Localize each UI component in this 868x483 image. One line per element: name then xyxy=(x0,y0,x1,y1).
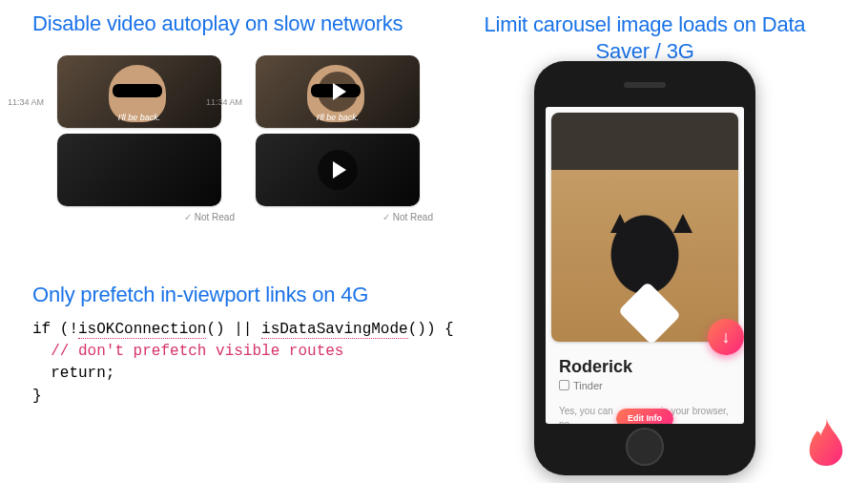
video-thumb-autoplay[interactable]: I'll be back. xyxy=(57,55,221,128)
profile-source: Tinder xyxy=(559,379,731,391)
video-caption: I'll be back. xyxy=(57,113,221,122)
heading-prefetch: Only prefetch in-viewport links on 4G xyxy=(32,283,368,307)
dog-ear-shape xyxy=(673,214,692,233)
code-snippet: if (!isOKConnection() || isDataSavingMod… xyxy=(32,319,454,408)
video-thumb-paused[interactable]: I'll be back. xyxy=(256,55,420,128)
code-comment: // don't prefetch visible routes xyxy=(32,343,343,360)
chat-message: 11:34 AM I'll be back. xyxy=(256,55,437,128)
heading-carousel: Limit carousel image loads on Data Saver… xyxy=(483,11,807,64)
heading-autoplay: Disable video autoplay on slow networks xyxy=(32,11,403,36)
scroll-down-fab[interactable]: ↓ xyxy=(708,319,744,355)
video-thumb-autoplay[interactable] xyxy=(57,134,221,206)
phone-earpiece xyxy=(624,82,666,88)
code-fn-isokconnection: isOKConnection xyxy=(78,321,206,339)
chat-timestamp: 11:34 AM xyxy=(206,97,242,107)
chat-message xyxy=(57,134,238,206)
sunglasses-shape xyxy=(113,84,162,97)
read-status: Not Read xyxy=(256,212,437,222)
profile-header: Roderick Tinder xyxy=(546,347,744,391)
video-caption: I'll be back. xyxy=(256,113,420,122)
code-text: return; xyxy=(32,365,114,382)
chat-column-autoplay: 11:34 AM I'll be back. Not Read xyxy=(57,55,238,222)
code-text: if (! xyxy=(32,321,78,338)
tinder-flame-icon xyxy=(805,416,847,466)
read-status: Not Read xyxy=(57,212,238,222)
chat-message xyxy=(256,134,437,206)
phone-screen: ↓ Roderick Tinder Yes, you can in your b… xyxy=(546,107,744,424)
edit-info-button[interactable]: Edit Info xyxy=(616,409,673,424)
code-text: () || xyxy=(206,321,261,338)
code-fn-isdatasavingmode: isDataSavingMode xyxy=(261,321,408,339)
chat-column-paused: 11:34 AM I'll be back. Not Read xyxy=(256,55,437,222)
code-text: ()) { xyxy=(408,321,454,338)
video-thumb-paused[interactable] xyxy=(256,134,420,206)
chat-timestamp: 11:34 AM xyxy=(8,97,44,107)
blurb-text: Yes, you can xyxy=(559,406,613,416)
code-text: } xyxy=(32,388,42,405)
dog-bandana-shape xyxy=(618,282,681,345)
dog-ear-shape xyxy=(610,214,630,233)
profile-name: Roderick xyxy=(559,357,731,377)
phone-home-button[interactable] xyxy=(626,428,664,466)
play-icon[interactable] xyxy=(318,150,358,190)
chat-message: 11:34 AM I'll be back. xyxy=(57,55,238,128)
phone-frame: ↓ Roderick Tinder Yes, you can in your b… xyxy=(534,61,755,475)
profile-photo[interactable]: ↓ xyxy=(551,113,738,342)
arrow-down-icon: ↓ xyxy=(722,327,731,347)
profile-blurb: Yes, you can in your browser, no eded. E… xyxy=(559,405,731,424)
play-icon[interactable] xyxy=(318,72,358,112)
